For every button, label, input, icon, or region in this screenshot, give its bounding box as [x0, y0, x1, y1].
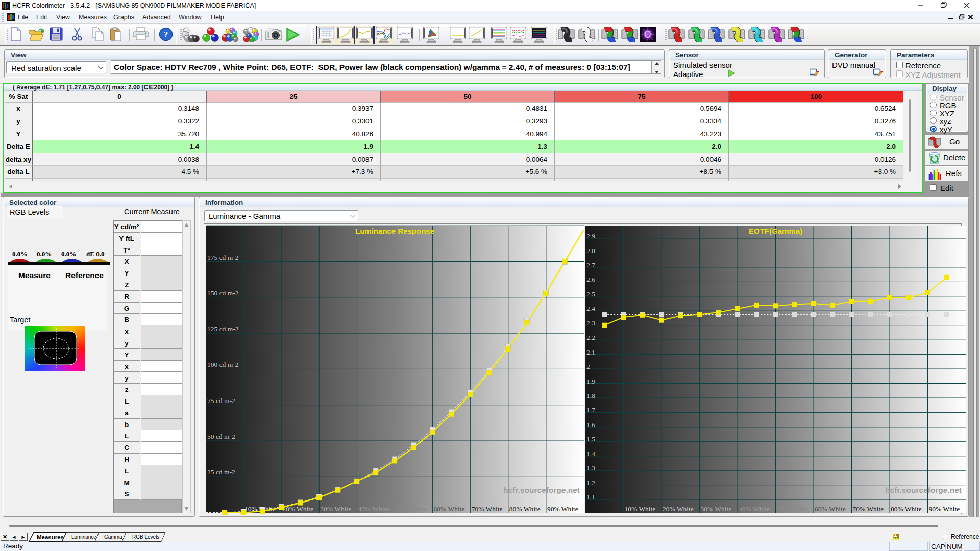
svg-text:150 cd m-2: 150 cd m-2 — [207, 289, 239, 297]
svg-text:2: 2 — [586, 363, 590, 370]
svg-text:1.9: 1.9 — [586, 378, 595, 385]
svg-text:Gamma: Gamma — [104, 534, 122, 540]
svg-text:50% White: 50% White — [777, 505, 808, 513]
svg-text:2.7: 2.7 — [586, 261, 595, 269]
svg-text:80% White: 80% White — [891, 505, 922, 513]
svg-text:2.6: 2.6 — [586, 276, 595, 283]
svg-text:20% White: 20% White — [663, 505, 694, 513]
svg-text:Measures: Measures — [37, 534, 64, 540]
svg-text:10% White: 10% White — [625, 505, 656, 513]
svg-text:Luminance: Luminance — [71, 534, 96, 540]
svg-text:50% White: 50% White — [396, 505, 427, 513]
svg-text:Luminance Response: Luminance Response — [355, 227, 434, 235]
svg-text:70% White: 70% White — [853, 505, 884, 513]
svg-text:40% White: 40% White — [358, 505, 389, 513]
svg-text:1.1: 1.1 — [586, 493, 595, 501]
svg-text:60% White: 60% White — [434, 505, 465, 513]
svg-text:2.8: 2.8 — [586, 247, 595, 255]
svg-text:RGB Levels: RGB Levels — [132, 534, 159, 540]
svg-text:60% White: 60% White — [815, 505, 846, 513]
svg-text:1.4: 1.4 — [586, 450, 595, 458]
svg-text:1.6: 1.6 — [586, 421, 595, 429]
svg-text:1.5: 1.5 — [586, 435, 595, 443]
svg-text:2.9: 2.9 — [586, 232, 595, 240]
svg-text:2.2: 2.2 — [586, 334, 595, 341]
svg-text:75 cd m-2: 75 cd m-2 — [207, 397, 235, 405]
svg-text:1.2: 1.2 — [586, 479, 595, 487]
svg-text:30% White: 30% White — [320, 505, 351, 513]
svg-text:2.5: 2.5 — [586, 290, 595, 298]
svg-text:2.3: 2.3 — [586, 319, 595, 327]
svg-text:?: ? — [164, 30, 168, 39]
svg-text:125 cd m-2: 125 cd m-2 — [207, 325, 239, 333]
svg-text:hcfr.sourceforge.net: hcfr.sourceforge.net — [885, 486, 962, 494]
svg-text:1.7: 1.7 — [586, 406, 595, 414]
svg-text:30% White: 30% White — [701, 505, 732, 513]
svg-text:1.3: 1.3 — [586, 464, 595, 472]
svg-text:80% White: 80% White — [509, 505, 541, 513]
svg-text:50 cd m-2: 50 cd m-2 — [207, 433, 235, 440]
svg-text:175 cd m-2: 175 cd m-2 — [207, 254, 239, 261]
svg-text:EOTF(Gamma): EOTF(Gamma) — [749, 227, 802, 235]
svg-text:70% White: 70% White — [472, 505, 503, 513]
svg-text:100 cd m-2: 100 cd m-2 — [207, 361, 239, 368]
svg-text:hcfr.sourceforge.net: hcfr.sourceforge.net — [503, 486, 580, 494]
svg-text:25 cd m-2: 25 cd m-2 — [207, 468, 235, 476]
svg-text:2.4: 2.4 — [586, 305, 595, 312]
svg-text:1.8: 1.8 — [586, 392, 595, 399]
svg-text:2.1: 2.1 — [586, 348, 595, 356]
svg-text:90% White: 90% White — [547, 505, 578, 513]
svg-text:40% White: 40% White — [739, 505, 770, 513]
svg-text:90% White: 90% White — [929, 505, 960, 513]
